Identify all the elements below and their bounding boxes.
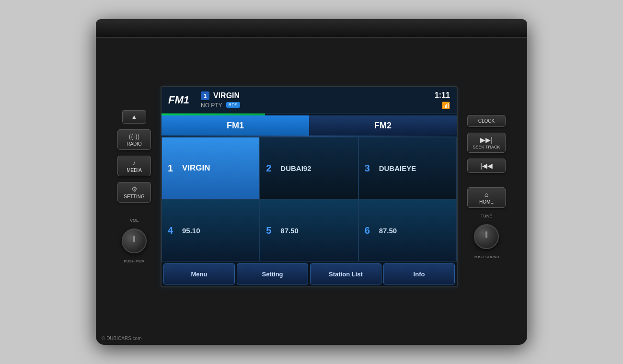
progress-bar	[162, 114, 457, 115]
top-trim	[96, 19, 527, 38]
preset-1[interactable]: 1 VIRGIN	[162, 137, 260, 199]
stations-grid: 1 VIRGIN 2 DUBAI92 3 DUBAIEYE 4 95.10 5	[162, 136, 457, 262]
progress-fill	[162, 114, 265, 115]
radio-icon: ((·))	[129, 133, 140, 140]
preset-num-3: 3	[365, 163, 374, 174]
screen-header: FM1 1 VIRGIN NO PTY RDS 1:11 📶	[162, 87, 457, 114]
vol-knob[interactable]	[122, 228, 147, 253]
fm-tabs: FM1 FM2	[162, 115, 457, 136]
tune-label: TUNE	[481, 214, 493, 218]
eject-button[interactable]: ▲	[122, 110, 146, 124]
car-unit: ▲ ((·)) RADIO ♪ MEDIA ⚙ SETTING VOL PUSH…	[96, 19, 527, 345]
home-button[interactable]: ⌂ HOME	[467, 187, 506, 208]
setting-label: SETTING	[124, 194, 144, 199]
bottom-buttons: Menu Setting Station List Info	[162, 262, 457, 286]
preset-num-6: 6	[365, 225, 374, 236]
preset-num-1: 1	[168, 163, 177, 174]
station-list-button[interactable]: Station List	[310, 263, 381, 284]
tab-fm2[interactable]: FM2	[309, 115, 457, 136]
media-button[interactable]: ♪ MEDIA	[117, 156, 151, 176]
setting-screen-button[interactable]: Setting	[237, 263, 308, 284]
eject-icon: ▲	[131, 113, 138, 121]
clock-button[interactable]: CLOCK	[467, 115, 506, 127]
seek-fwd-button[interactable]: ▶▶| SEEK TRACK	[467, 133, 506, 153]
info-button[interactable]: Info	[383, 263, 455, 284]
vol-label: VOL	[130, 218, 138, 223]
home-icon: ⌂	[485, 191, 488, 198]
preset-num-4: 4	[168, 225, 177, 236]
watermark: © DUBICARS.com	[102, 336, 142, 341]
preset-3[interactable]: 3 DUBAIEYE	[358, 137, 457, 199]
tune-knob[interactable]	[474, 224, 499, 249]
clock-label: CLOCK	[478, 118, 495, 124]
preset-2[interactable]: 2 DUBAI92	[260, 137, 358, 199]
media-label: MEDIA	[127, 168, 142, 173]
setting-icon: ⚙	[131, 185, 138, 193]
seek-bwd-button[interactable]: |◀◀	[467, 159, 506, 173]
left-controls: ▲ ((·)) RADIO ♪ MEDIA ⚙ SETTING VOL PUSH…	[113, 110, 156, 263]
preset-name-3: DUBAIEYE	[379, 164, 416, 172]
preset-freq-4: 95.10	[182, 227, 200, 235]
preset-5[interactable]: 5 87.50	[260, 199, 358, 262]
media-icon: ♪	[133, 159, 136, 167]
radio-button[interactable]: ((·)) RADIO	[117, 129, 151, 150]
main-layout: ▲ ((·)) RADIO ♪ MEDIA ⚙ SETTING VOL PUSH…	[113, 86, 510, 287]
preset-6[interactable]: 6 87.50	[358, 199, 457, 262]
seek-fwd-icon: ▶▶|	[480, 136, 493, 144]
preset-badge: 1	[201, 91, 209, 100]
screen: FM1 1 VIRGIN NO PTY RDS 1:11 📶	[161, 86, 458, 287]
clock-display: 1:11	[435, 91, 450, 100]
seek-track-label: SEEK TRACK	[473, 145, 500, 149]
preset-num-5: 5	[266, 225, 276, 236]
push-pwr-label: PUSH PWR	[124, 259, 144, 263]
fm-label: FM1	[168, 94, 189, 106]
rds-badge: RDS	[226, 102, 240, 108]
preset-4[interactable]: 4 95.10	[162, 199, 260, 262]
radio-label: RADIO	[127, 141, 142, 147]
station-info: 1 VIRGIN NO PTY RDS	[201, 91, 240, 109]
menu-button[interactable]: Menu	[163, 263, 235, 284]
seek-bwd-icon: |◀◀	[480, 162, 493, 170]
setting-button[interactable]: ⚙ SETTING	[117, 182, 151, 203]
preset-freq-5: 87.50	[280, 227, 299, 235]
station-name: VIRGIN	[213, 91, 240, 100]
preset-name-1: VIRGIN	[182, 163, 210, 173]
push-sound-label: PUSH SOUND	[473, 255, 499, 259]
home-label: HOME	[479, 199, 494, 205]
preset-name-2: DUBAI92	[280, 164, 311, 172]
station-name-row: 1 VIRGIN	[201, 91, 240, 100]
preset-num-2: 2	[266, 163, 276, 174]
preset-freq-6: 87.50	[379, 227, 397, 235]
bluetooth-icon: 📶	[442, 102, 450, 109]
right-controls: CLOCK ▶▶| SEEK TRACK |◀◀ ⌂ HOME TUNE PUS…	[462, 115, 510, 259]
tab-fm1[interactable]: FM1	[162, 115, 309, 136]
pty-text: NO PTY	[201, 102, 222, 109]
header-right: 1:11 📶	[435, 91, 450, 109]
